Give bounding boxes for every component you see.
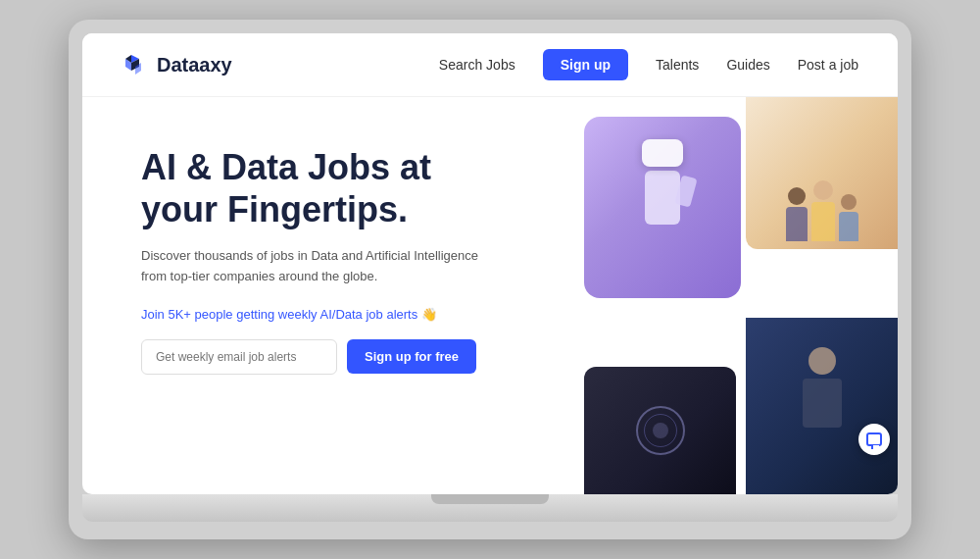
laptop-notch: [431, 494, 549, 504]
laptop-container: Dataaxy Search Jobs Sign up Talents Guid…: [69, 20, 911, 539]
join-link[interactable]: Join 5K+ people getting weekly AI/Data j…: [141, 307, 525, 322]
person-1: [786, 187, 808, 241]
nav-talents[interactable]: Talents: [656, 57, 699, 73]
logo[interactable]: Dataaxy: [122, 51, 232, 78]
hero-title: AI & Data Jobs at your Fingertips.: [141, 146, 514, 230]
chat-bubble: [858, 424, 890, 455]
person-3: [839, 194, 858, 241]
nav-signup-button[interactable]: Sign up: [543, 49, 628, 80]
vr-body: [645, 171, 680, 225]
vr-person: [623, 139, 702, 277]
logo-text: Dataaxy: [157, 54, 232, 76]
chat-icon: [866, 432, 882, 446]
logo-icon: [122, 51, 149, 78]
team-image: [746, 97, 898, 249]
screen-content: Dataaxy Search Jobs Sign up Talents Guid…: [82, 33, 898, 494]
email-form: Sign up for free: [141, 339, 525, 375]
nav-guides[interactable]: Guides: [726, 57, 769, 73]
hero-section: AI & Data Jobs at your Fingertips. Disco…: [82, 97, 564, 494]
hero-subtitle: Discover thousands of jobs in Data and A…: [141, 246, 494, 287]
guy-body: [803, 379, 842, 428]
nav-search-jobs[interactable]: Search Jobs: [439, 57, 515, 73]
vr-headset: [642, 139, 683, 167]
person-2: [811, 180, 835, 241]
guy-head: [808, 347, 836, 375]
email-input[interactable]: [141, 339, 337, 375]
vr-image: [584, 117, 741, 298]
nav-post-job[interactable]: Post a job: [798, 57, 858, 73]
tech-image: [584, 367, 736, 494]
guy-silhouette: [788, 347, 857, 465]
nav-links: Search Jobs Sign up Talents Guides Post …: [439, 49, 858, 80]
tech-sphere: [636, 406, 685, 455]
signup-free-button[interactable]: Sign up for free: [347, 339, 476, 374]
main-content: AI & Data Jobs at your Fingertips. Disco…: [82, 97, 898, 494]
team-silhouettes: [786, 180, 858, 249]
guy-image: [746, 318, 898, 494]
laptop-screen: Dataaxy Search Jobs Sign up Talents Guid…: [82, 33, 898, 494]
laptop-base: [82, 494, 898, 522]
hero-images: [564, 97, 898, 494]
navbar: Dataaxy Search Jobs Sign up Talents Guid…: [82, 33, 898, 97]
